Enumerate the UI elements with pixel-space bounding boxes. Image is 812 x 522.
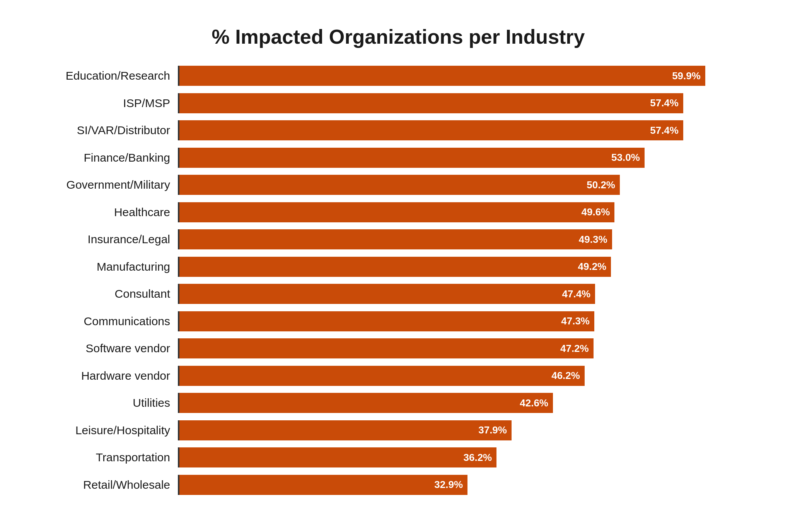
bar-track: 47.2% xyxy=(178,338,750,358)
axis-line xyxy=(178,93,179,113)
bar-row: Manufacturing49.2% xyxy=(46,255,750,279)
bar-fill: 47.4% xyxy=(178,284,595,304)
bar-label: Consultant xyxy=(46,287,178,300)
bar-label: SI/VAR/Distributor xyxy=(46,124,178,137)
bar-value: 32.9% xyxy=(434,479,463,491)
bar-value: 36.2% xyxy=(464,452,492,464)
bar-track: 50.2% xyxy=(178,175,750,195)
bar-fill: 32.9% xyxy=(178,475,467,495)
bar-value: 53.0% xyxy=(611,152,640,164)
bar-row: Utilities42.6% xyxy=(46,391,750,415)
bar-track: 37.9% xyxy=(178,420,750,440)
bar-label: Insurance/Legal xyxy=(46,233,178,246)
bar-value: 47.2% xyxy=(560,343,589,355)
bar-row: Communications47.3% xyxy=(46,309,750,333)
bar-row: Finance/Banking53.0% xyxy=(46,146,750,170)
bar-label: Transportation xyxy=(46,451,178,464)
bar-row: Government/Military50.2% xyxy=(46,173,750,197)
bar-track: 49.2% xyxy=(178,257,750,277)
bar-label: Government/Military xyxy=(46,178,178,191)
bar-row: ISP/MSP57.4% xyxy=(46,91,750,115)
bar-label: Manufacturing xyxy=(46,260,178,273)
bar-row: Insurance/Legal49.3% xyxy=(46,227,750,251)
bar-fill: 37.9% xyxy=(178,420,512,440)
axis-line xyxy=(178,475,179,495)
bar-track: 49.6% xyxy=(178,202,750,222)
bar-fill: 36.2% xyxy=(178,447,496,467)
bar-fill: 49.2% xyxy=(178,257,611,277)
bar-track: 32.9% xyxy=(178,475,750,495)
axis-line xyxy=(178,447,179,467)
bar-track: 47.4% xyxy=(178,284,750,304)
bar-track: 53.0% xyxy=(178,148,750,168)
bar-row: Hardware vendor46.2% xyxy=(46,364,750,388)
bar-track: 57.4% xyxy=(178,93,750,113)
bar-value: 37.9% xyxy=(478,424,507,436)
bar-row: Retail/Wholesale32.9% xyxy=(46,473,750,497)
axis-line xyxy=(178,175,179,195)
axis-line xyxy=(178,284,179,304)
axis-line xyxy=(178,338,179,358)
bar-fill: 47.3% xyxy=(178,311,594,331)
bar-track: 59.9% xyxy=(178,66,750,86)
bar-value: 49.3% xyxy=(579,234,607,246)
chart-body: Education/Research59.9%ISP/MSP57.4%SI/VA… xyxy=(46,64,750,497)
axis-line xyxy=(178,311,179,331)
bar-label: Communications xyxy=(46,315,178,328)
bar-label: Education/Research xyxy=(46,69,178,82)
bar-track: 49.3% xyxy=(178,229,750,249)
axis-line xyxy=(178,229,179,249)
bar-track: 36.2% xyxy=(178,447,750,467)
axis-line xyxy=(178,66,179,86)
bar-fill: 57.4% xyxy=(178,120,683,140)
bar-row: Leisure/Hospitality37.9% xyxy=(46,418,750,442)
bar-label: Software vendor xyxy=(46,342,178,355)
bar-label: ISP/MSP xyxy=(46,97,178,110)
bar-label: Hardware vendor xyxy=(46,369,178,382)
bar-track: 47.3% xyxy=(178,311,750,331)
bar-fill: 59.9% xyxy=(178,66,705,86)
bar-track: 42.6% xyxy=(178,393,750,413)
bar-label: Retail/Wholesale xyxy=(46,478,178,491)
chart-title: % Impacted Organizations per Industry xyxy=(46,25,750,48)
bar-value: 49.2% xyxy=(578,261,607,273)
bar-row: Education/Research59.9% xyxy=(46,64,750,88)
axis-line xyxy=(178,420,179,440)
bar-label: Healthcare xyxy=(46,206,178,219)
bar-value: 57.4% xyxy=(650,125,679,136)
bar-row: Software vendor47.2% xyxy=(46,336,750,360)
bar-fill: 46.2% xyxy=(178,366,585,386)
bar-value: 46.2% xyxy=(551,370,580,382)
bar-value: 42.6% xyxy=(520,397,548,409)
bar-fill: 53.0% xyxy=(178,148,645,168)
chart-container: % Impacted Organizations per Industry Ed… xyxy=(39,10,773,512)
axis-line xyxy=(178,202,179,222)
bar-label: Finance/Banking xyxy=(46,151,178,164)
axis-line xyxy=(178,120,179,140)
bar-value: 47.3% xyxy=(561,315,590,327)
axis-line xyxy=(178,257,179,277)
bar-value: 57.4% xyxy=(650,97,679,109)
bar-fill: 50.2% xyxy=(178,175,620,195)
bar-fill: 49.6% xyxy=(178,202,614,222)
bar-fill: 42.6% xyxy=(178,393,553,413)
bar-track: 46.2% xyxy=(178,366,750,386)
axis-line xyxy=(178,366,179,386)
bar-label: Leisure/Hospitality xyxy=(46,424,178,437)
bar-row: SI/VAR/Distributor57.4% xyxy=(46,118,750,142)
bar-fill: 49.3% xyxy=(178,229,612,249)
bar-label: Utilities xyxy=(46,396,178,409)
bar-value: 50.2% xyxy=(587,179,615,191)
bar-value: 47.4% xyxy=(562,288,591,300)
bar-value: 59.9% xyxy=(672,70,701,82)
bar-value: 49.6% xyxy=(582,206,610,218)
bar-fill: 47.2% xyxy=(178,338,594,358)
bar-row: Healthcare49.6% xyxy=(46,200,750,224)
axis-line xyxy=(178,148,179,168)
bar-row: Consultant47.4% xyxy=(46,282,750,306)
bar-track: 57.4% xyxy=(178,120,750,140)
bar-fill: 57.4% xyxy=(178,93,683,113)
bar-row: Transportation36.2% xyxy=(46,445,750,469)
axis-line xyxy=(178,393,179,413)
